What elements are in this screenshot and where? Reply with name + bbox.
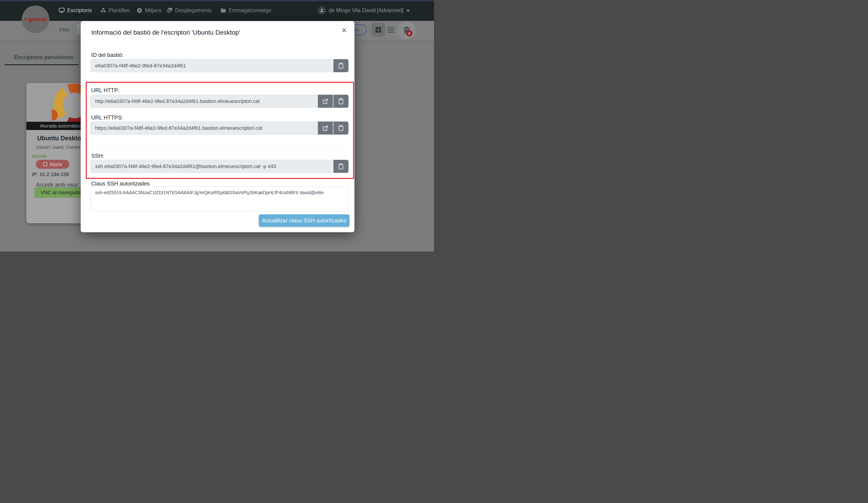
update-ssh-keys-button[interactable]: Actualitzar claus SSH autoritzades [259, 214, 349, 227]
url-http-label: URL HTTP: [91, 87, 120, 94]
gencat-dots-icon [24, 17, 28, 22]
url-http-group: http://e6a0307a-f48f-46e2-9fed.87e34a2d4… [90, 95, 349, 108]
close-icon[interactable]: ✕ [341, 27, 347, 34]
nav-item-emmagatzematge[interactable]: Emmagatzematge [220, 5, 271, 16]
bastion-id-field[interactable]: e6a0307a-f48f-46e2-9fed-87e34a2d4f61 [90, 59, 333, 72]
nav-label: Escriptoris [67, 7, 92, 13]
card-viewer-label: Accedir amb visor: [36, 182, 79, 188]
ssh-field[interactable]: ssh e6a0307a-f48f-46e2-9fed-87e34a2d4f61… [90, 160, 333, 173]
copy-ssh-button[interactable] [333, 160, 349, 173]
media-icon [136, 7, 143, 13]
brand-name: gencat [29, 16, 47, 22]
brand-text: gencat [24, 16, 47, 22]
clipboard-icon [338, 163, 344, 170]
user-menu[interactable]: de Mingo Vila David [Advanced] [318, 5, 410, 16]
copy-url-https-button[interactable] [333, 122, 349, 135]
trash-button[interactable] [397, 21, 416, 39]
templates-icon [100, 7, 106, 13]
nav-item-desplegaments[interactable]: Desplegaments [166, 5, 212, 16]
nav-item-escriptoris[interactable]: Escriptoris [59, 5, 92, 16]
nav-label: Plantilles [108, 7, 130, 13]
stop-icon [43, 162, 47, 166]
authorized-keys-label: Claus SSH autoritzades [91, 181, 150, 187]
clipboard-icon [338, 97, 344, 105]
list-icon [387, 27, 395, 34]
nav-item-mitjans[interactable]: Mitjans [136, 5, 162, 16]
grid-view-button[interactable] [371, 23, 385, 37]
grid-icon [375, 27, 382, 33]
tab-escriptoris-persistents[interactable]: Escriptoris persistents [9, 54, 79, 61]
stop-button-label: Atura [50, 161, 62, 167]
url-https-label: URL HTTPS: [91, 114, 123, 121]
card-credentials: Usuari: isard, Contra [36, 144, 80, 150]
nav-item-plantilles[interactable]: Plantilles [100, 5, 130, 16]
vnc-browser-button[interactable]: VNC al navegador [34, 187, 88, 198]
storage-folder-icon [220, 7, 226, 13]
stop-desktop-button[interactable]: Atura [36, 160, 69, 169]
modal-section-divider [91, 146, 349, 146]
user-avatar [318, 6, 326, 14]
deployments-icon [166, 7, 173, 13]
authorized-keys-textarea[interactable]: ssh-ed25519 AAAAC3NzaC1lZDI1NTE5AAAAIFJg… [90, 187, 349, 212]
open-url-https-button[interactable] [318, 122, 333, 135]
trash-count-badge: 0 [406, 30, 412, 37]
brand-logo[interactable]: gencat [22, 6, 49, 33]
nav-label: Mitjans [145, 7, 162, 13]
chevron-down-icon [406, 10, 410, 12]
ssh-label: SSH: [91, 153, 104, 159]
user-name: de Mingo Vila David [Advanced] [329, 7, 403, 13]
bastion-id-group: e6a0307a-f48f-46e2-9fed-87e34a2d4f61 [90, 59, 349, 72]
ssh-group: ssh e6a0307a-f48f-46e2-9fed-87e34a2d4f61… [90, 160, 349, 173]
clipboard-icon [338, 124, 344, 132]
monitor-icon [59, 7, 65, 13]
card-ip: IP: 10.2.194.156 [32, 172, 69, 177]
bastion-info-modal: Informació del bastió de l'escriptori 'U… [81, 21, 354, 232]
tab-active-underline [4, 64, 79, 65]
card-state-badge: Iniciat [32, 153, 46, 159]
nav-label: Emmagatzematge [229, 7, 271, 13]
copy-bastion-id-button[interactable] [333, 59, 349, 72]
copy-url-http-button[interactable] [333, 95, 349, 108]
app-window: gencat Escriptoris Plantilles Mitjans De… [0, 0, 434, 252]
url-https-field[interactable]: https://e6a0307a-f48f-46e2-9fed.87e34a2d… [90, 122, 317, 135]
modal-title: Informació del bastió de l'escriptori 'U… [91, 29, 240, 36]
person-icon [319, 8, 325, 13]
bastion-id-label: ID del bastió: [91, 52, 123, 58]
url-http-field[interactable]: http://e6a0307a-f48f-46e2-9fed.87e34a2d4… [90, 95, 317, 108]
open-url-http-button[interactable] [318, 95, 333, 108]
filter-label: Filtre [59, 27, 70, 32]
list-view-button[interactable] [386, 26, 396, 34]
nav-label: Desplegaments [175, 7, 212, 13]
url-https-group: https://e6a0307a-f48f-46e2-9fed.87e34a2d… [90, 122, 349, 135]
card-title: Ubuntu Desktop [37, 135, 85, 142]
clipboard-icon [338, 62, 344, 70]
external-link-icon [322, 98, 329, 104]
external-link-icon [322, 125, 329, 131]
